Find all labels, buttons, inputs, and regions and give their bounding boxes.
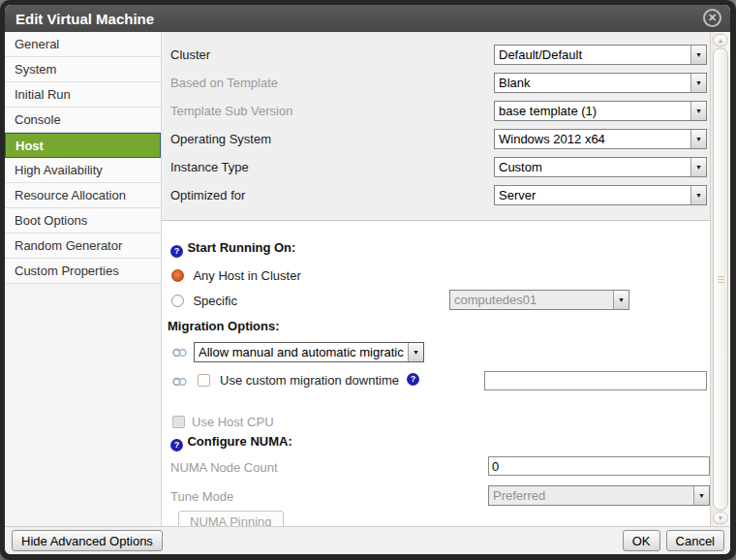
tune-mode-select-value: Preferred [489, 486, 693, 505]
template-sub-version-select[interactable]: base template (1) ▼ [494, 101, 707, 121]
sidebar: General System Initial Run Console Host … [5, 32, 162, 526]
instance-type-label: Instance Type [170, 160, 494, 174]
specific-host-select[interactable]: computedes01 ▼ [449, 290, 629, 310]
based-on-template-label: Based on Template [170, 76, 494, 90]
numa-node-count-label: NUMA Node Count [170, 460, 278, 475]
cluster-label: Cluster [170, 47, 494, 62]
specific-radio[interactable] [171, 295, 184, 307]
help-icon[interactable]: ? [170, 439, 183, 451]
sidebar-item-custom-properties[interactable]: Custom Properties [5, 259, 161, 284]
specific-label: Specific [193, 294, 237, 308]
chevron-down-icon[interactable]: ▼ [693, 486, 709, 505]
chain-link-icon [172, 377, 187, 387]
instance-type-select-value: Custom [495, 158, 690, 176]
template-sub-version-select-value: base template (1) [495, 102, 690, 120]
custom-downtime-input[interactable] [484, 371, 707, 390]
numa-pinning-button[interactable]: NUMA Pinning [178, 511, 284, 526]
scrollbar-grip [718, 279, 724, 280]
dialog-inner: Edit Virtual Machine ✕ General System In… [5, 5, 730, 554]
sidebar-item-console[interactable]: Console [5, 108, 161, 133]
tune-mode-label: Tune Mode [170, 489, 233, 504]
any-host-label: Any Host in Cluster [193, 268, 300, 283]
numa-node-count-input[interactable] [488, 456, 710, 476]
specific-host-select-value: computedes01 [450, 291, 613, 309]
optimized-for-select-value: Server [495, 186, 690, 204]
any-host-radio[interactable] [171, 269, 184, 282]
start-running-on-text: Start Running On: [187, 240, 295, 255]
custom-downtime-label: Use custom migration downtime [220, 373, 399, 388]
host-options-panel: ? Start Running On: Any Host in Cluster … [162, 222, 710, 526]
chevron-down-icon[interactable]: ▼ [690, 102, 706, 120]
migration-mode-select-value: Allow manual and automatic migratic [195, 343, 408, 361]
tune-mode-select[interactable]: Preferred ▼ [488, 485, 710, 506]
instance-type-select[interactable]: Custom ▼ [494, 157, 707, 177]
chevron-down-icon[interactable]: ▼ [613, 291, 629, 309]
sidebar-item-resource-allocation[interactable]: Resource Allocation [5, 183, 161, 208]
based-on-template-row: Based on Template Blank ▼ [162, 69, 710, 97]
dialog-title: Edit Virtual Machine [5, 11, 154, 27]
template-sub-version-row: Template Sub Version base template (1) ▼ [162, 97, 710, 125]
sidebar-item-random-generator[interactable]: Random Generator [5, 233, 161, 259]
template-sub-version-label: Template Sub Version [170, 104, 494, 118]
scrollbar-thumb[interactable] [713, 47, 728, 511]
cancel-button[interactable]: Cancel [666, 530, 724, 551]
sidebar-item-initial-run[interactable]: Initial Run [5, 82, 161, 108]
help-icon[interactable]: ? [407, 373, 419, 386]
migration-options-heading: Migration Options: [168, 319, 280, 333]
chevron-down-icon[interactable]: ▼ [690, 130, 706, 148]
dialog-footer: Hide Advanced Options OK Cancel [5, 526, 730, 554]
help-icon[interactable]: ? [170, 245, 183, 258]
content-area: Cluster Default/Default ▼ Based on Templ… [162, 32, 710, 526]
dialog-body: General System Initial Run Console Host … [5, 32, 730, 526]
operating-system-label: Operating System [170, 132, 494, 146]
dialog-titlebar[interactable]: Edit Virtual Machine ✕ [5, 5, 730, 32]
scroll-up-arrow-icon[interactable]: ▲ [713, 34, 728, 47]
use-host-cpu-checkbox[interactable] [172, 416, 185, 428]
sidebar-item-boot-options[interactable]: Boot Options [5, 208, 161, 233]
custom-downtime-checkbox[interactable] [198, 374, 210, 387]
optimized-for-row: Optimized for Server ▼ [162, 181, 710, 209]
cluster-select[interactable]: Default/Default ▼ [494, 45, 707, 65]
sidebar-item-system[interactable]: System [5, 57, 161, 82]
edit-vm-dialog: Edit Virtual Machine ✕ General System In… [0, 0, 736, 560]
operating-system-row: Operating System Windows 2012 x64 ▼ [162, 125, 710, 153]
chevron-down-icon[interactable]: ▼ [690, 74, 706, 92]
operating-system-select[interactable]: Windows 2012 x64 ▼ [494, 129, 707, 149]
chevron-down-icon[interactable]: ▼ [408, 343, 423, 361]
instance-type-row: Instance Type Custom ▼ [162, 153, 710, 181]
scroll-down-arrow-icon[interactable]: ▼ [713, 512, 728, 524]
hide-advanced-options-button[interactable]: Hide Advanced Options [12, 530, 163, 551]
cluster-select-value: Default/Default [495, 46, 690, 64]
sidebar-item-host[interactable]: Host [5, 133, 161, 158]
specific-host-option[interactable]: Specific [171, 292, 237, 309]
any-host-option[interactable]: Any Host in Cluster [171, 266, 301, 284]
cluster-row: Cluster Default/Default ▼ [162, 41, 710, 69]
based-on-template-select-value: Blank [495, 74, 690, 92]
sidebar-item-high-availability[interactable]: High Availability [5, 158, 161, 183]
chain-link-icon [172, 348, 187, 358]
general-properties-panel: Cluster Default/Default ▼ Based on Templ… [162, 32, 710, 221]
configure-numa-text: Configure NUMA: [187, 434, 291, 449]
chevron-down-icon[interactable]: ▼ [690, 158, 706, 176]
chevron-down-icon[interactable]: ▼ [690, 186, 706, 204]
sidebar-item-general[interactable]: General [5, 32, 161, 57]
close-icon[interactable]: ✕ [703, 9, 721, 27]
use-host-cpu-label: Use Host CPU [192, 415, 274, 429]
based-on-template-select[interactable]: Blank ▼ [494, 73, 707, 93]
vertical-scrollbar[interactable]: ▲ ▼ [710, 32, 730, 526]
start-running-on-heading: ? Start Running On: [170, 238, 295, 258]
ok-button[interactable]: OK [623, 530, 660, 551]
migration-mode-select[interactable]: Allow manual and automatic migratic ▼ [194, 342, 424, 362]
optimized-for-select[interactable]: Server ▼ [494, 185, 707, 205]
chevron-down-icon[interactable]: ▼ [690, 46, 706, 64]
operating-system-select-value: Windows 2012 x64 [495, 130, 690, 148]
optimized-for-label: Optimized for [170, 188, 494, 202]
configure-numa-heading: ? Configure NUMA: [170, 432, 292, 451]
